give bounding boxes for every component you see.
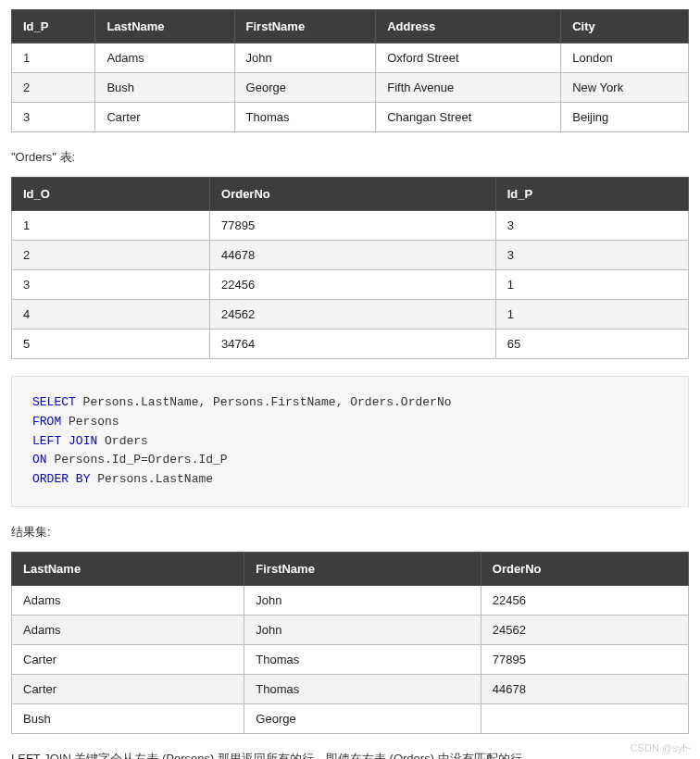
table-cell: 44678 (210, 241, 496, 270)
table-cell: New York (561, 73, 689, 103)
table-cell: John (244, 585, 481, 615)
table-cell: Changan Street (376, 103, 561, 132)
table-row: 4245621 (12, 300, 689, 330)
table-cell: Adams (95, 44, 234, 73)
sql-keyword: FROM (32, 415, 61, 429)
table-cell: 44678 (481, 674, 688, 703)
table-header: FirstName (244, 552, 481, 585)
watermark-text: CSDN @syl~ (631, 742, 691, 753)
table-cell: London (561, 44, 689, 73)
table-cell: 1 (12, 211, 210, 241)
table-header: Address (376, 10, 561, 44)
table-header: LastName (12, 552, 244, 585)
table-header: LastName (95, 10, 234, 44)
table-cell: 22456 (481, 585, 688, 615)
table-cell: George (234, 73, 376, 103)
table-header: OrderNo (210, 178, 496, 211)
table-row: 3224561 (12, 270, 689, 300)
table-cell: 3 (12, 103, 95, 132)
table-cell: 65 (495, 330, 688, 359)
table-header: FirstName (234, 10, 376, 44)
table-cell: 77895 (481, 644, 688, 674)
table-row: 2446783 (12, 241, 689, 270)
table-cell: Oxford Street (376, 44, 561, 73)
table-cell: Fifth Avenue (376, 73, 561, 103)
table-cell: 24562 (481, 615, 688, 644)
sql-keyword: SELECT (32, 395, 76, 409)
table-cell: Bush (12, 703, 244, 733)
sql-keyword: LEFT (32, 434, 61, 448)
table-cell: Thomas (244, 674, 481, 703)
table-cell: 3 (495, 241, 688, 270)
table-cell: 34764 (210, 330, 496, 359)
table-row: AdamsJohn22456 (12, 585, 689, 615)
table-cell: Adams (12, 585, 244, 615)
table-cell: Thomas (234, 103, 376, 132)
orders-table: Id_OOrderNoId_P 177895324467833224561424… (11, 177, 689, 359)
persons-table: Id_PLastNameFirstNameAddressCity 1AdamsJ… (11, 9, 689, 132)
result-label: 结果集: (11, 524, 689, 541)
table-cell: Carter (12, 674, 244, 703)
table-cell (481, 703, 688, 733)
table-cell: 22456 (210, 270, 496, 300)
table-cell: Carter (12, 644, 244, 674)
table-cell: Adams (12, 615, 244, 644)
table-cell: 1 (495, 270, 688, 300)
table-cell: 2 (12, 73, 95, 103)
table-header: City (561, 10, 689, 44)
table-cell: 24562 (210, 300, 496, 330)
table-cell: John (244, 615, 481, 644)
table-cell: 3 (12, 270, 210, 300)
sql-keyword: BY (76, 472, 91, 486)
orders-label: "Orders" 表: (11, 149, 689, 166)
table-cell: Beijing (561, 103, 689, 132)
sql-keyword: ON (32, 453, 47, 467)
sql-keyword: JOIN (69, 434, 97, 448)
table-cell: 77895 (210, 211, 496, 241)
table-cell: Carter (95, 103, 234, 132)
sql-code-block: SELECT Persons.LastName, Persons.FirstNa… (11, 376, 689, 507)
table-cell: Thomas (244, 644, 481, 674)
table-cell: 1 (495, 300, 688, 330)
table-header: Id_P (495, 178, 688, 211)
table-row: AdamsJohn24562 (12, 615, 689, 644)
table-row: 3CarterThomasChangan StreetBeijing (12, 103, 689, 132)
table-row: BushGeorge (12, 703, 689, 733)
table-row: 1778953 (12, 211, 689, 241)
table-row: CarterThomas44678 (12, 674, 689, 703)
table-header: OrderNo (481, 552, 688, 585)
table-cell: John (234, 44, 376, 73)
table-header: Id_P (12, 10, 95, 44)
table-cell: Bush (95, 73, 234, 103)
footnote-text: LEFT JOIN 关键字会从左表 (Persons) 那里返回所有的行，即使在… (11, 751, 689, 759)
sql-keyword: ORDER (32, 472, 69, 486)
table-cell: 3 (495, 211, 688, 241)
table-cell: 4 (12, 300, 210, 330)
result-table: LastNameFirstNameOrderNo AdamsJohn22456A… (11, 552, 689, 734)
table-row: 1AdamsJohnOxford StreetLondon (12, 44, 689, 73)
table-cell: 1 (12, 44, 95, 73)
table-cell: George (244, 703, 481, 733)
table-cell: 5 (12, 330, 210, 359)
table-cell: 2 (12, 241, 210, 270)
table-row: 2BushGeorgeFifth AvenueNew York (12, 73, 689, 103)
table-header: Id_O (12, 178, 210, 211)
table-row: 53476465 (12, 330, 689, 359)
table-row: CarterThomas77895 (12, 644, 689, 674)
